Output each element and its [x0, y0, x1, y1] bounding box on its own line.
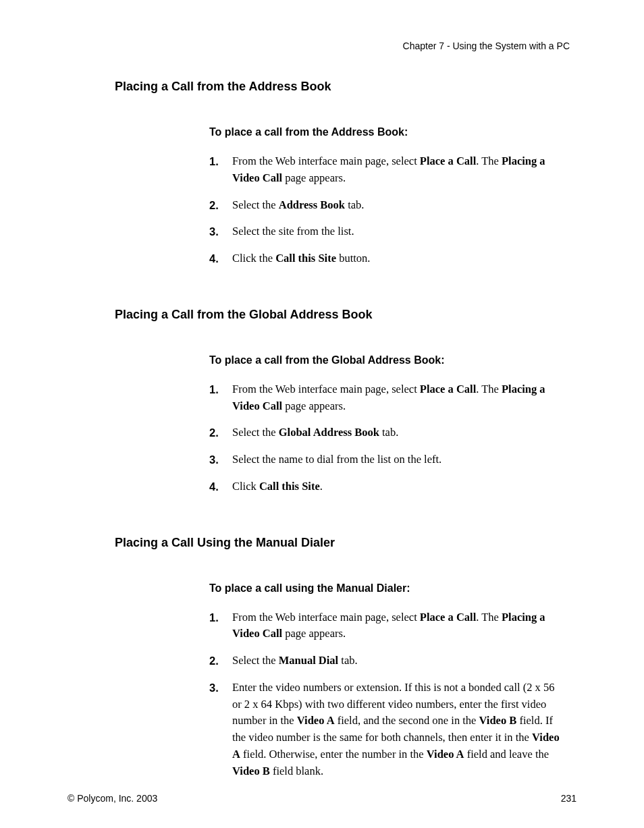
step-number: 2. [209, 197, 232, 214]
step-item: 2.Select the Manual Dial tab. [209, 653, 563, 669]
step-item: 2.Select the Global Address Book tab. [209, 424, 563, 441]
step-number: 4. [209, 250, 232, 267]
step-text: Select the Global Address Book tab. [232, 424, 563, 441]
step-item: 1.From the Web interface main page, sele… [209, 609, 563, 643]
step-text: From the Web interface main page, select… [232, 381, 563, 415]
step-number: 1. [209, 153, 232, 187]
step-text: Select the Address Book tab. [232, 197, 563, 214]
step-text: Click Call this Site. [232, 478, 563, 495]
page-header: Chapter 7 - Using the System with a PC [68, 40, 570, 51]
step-item: 3.Select the name to dial from the list … [209, 451, 563, 468]
page-footer: © Polycom, Inc. 2003 231 [68, 793, 576, 804]
step-text: Select the site from the list. [232, 223, 563, 240]
step-text: From the Web interface main page, select… [232, 609, 563, 643]
step-number: 4. [209, 478, 232, 495]
step-text: Enter the video numbers or extension. If… [232, 680, 563, 780]
step-item: 1.From the Web interface main page, sele… [209, 153, 563, 187]
sub-heading: To place a call from the Address Book: [209, 126, 576, 138]
step-number: 1. [209, 381, 232, 415]
step-item: 3.Enter the video numbers or extension. … [209, 680, 563, 780]
section-heading: Placing a Call Using the Manual Dialer [115, 536, 576, 550]
step-item: 3.Select the site from the list. [209, 223, 563, 240]
step-item: 1.From the Web interface main page, sele… [209, 381, 563, 415]
section-heading: Placing a Call from the Global Address B… [115, 308, 576, 322]
step-text: Select the Manual Dial tab. [232, 653, 563, 669]
step-item: 2.Select the Address Book tab. [209, 197, 563, 214]
step-item: 4.Click Call this Site. [209, 478, 563, 495]
step-number: 3. [209, 451, 232, 468]
step-number: 3. [209, 680, 232, 780]
footer-page-number: 231 [561, 793, 576, 804]
step-number: 1. [209, 609, 232, 643]
section-heading: Placing a Call from the Address Book [115, 80, 576, 94]
step-text: From the Web interface main page, select… [232, 153, 563, 187]
step-number: 2. [209, 424, 232, 441]
step-text: Select the name to dial from the list on… [232, 451, 563, 468]
sub-heading: To place a call from the Global Address … [209, 354, 576, 366]
footer-copyright: © Polycom, Inc. 2003 [68, 793, 157, 804]
step-text: Click the Call this Site button. [232, 250, 563, 267]
sub-heading: To place a call using the Manual Dialer: [209, 582, 576, 595]
step-number: 2. [209, 653, 232, 669]
step-item: 4.Click the Call this Site button. [209, 250, 563, 267]
step-number: 3. [209, 223, 232, 240]
